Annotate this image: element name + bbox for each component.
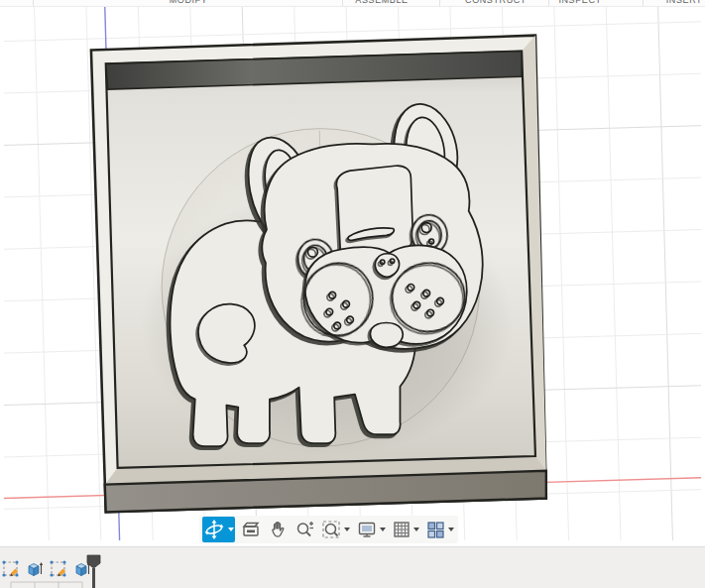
pan-button[interactable] bbox=[267, 517, 289, 542]
extrude-icon[interactable] bbox=[26, 560, 44, 578]
display-monitor-icon bbox=[357, 520, 377, 539]
stamp-plate-model[interactable] bbox=[91, 36, 546, 513]
toolbar-group-insert: INSERT bbox=[666, 0, 702, 5]
viewports-dropdown-caret[interactable] bbox=[448, 528, 454, 531]
display-settings-button[interactable] bbox=[356, 517, 387, 542]
fit-button[interactable] bbox=[320, 517, 351, 542]
timeline-features bbox=[2, 560, 91, 578]
navigation-bar bbox=[199, 516, 458, 543]
grid-dropdown-caret[interactable] bbox=[413, 528, 419, 531]
viewports-button[interactable] bbox=[425, 517, 455, 542]
scene-canvas: .dog{fill:#edece6;stroke:#21211d;stroke-… bbox=[0, 6, 705, 546]
grid-icon bbox=[393, 521, 411, 538]
toolbar-group-separator bbox=[439, 0, 440, 6]
timeline-panel bbox=[0, 546, 705, 588]
toolbar-group-label-strip: MODIFY ASSEMBLE CONSTRUCT INSPECT INSERT bbox=[0, 0, 705, 7]
toolbar-group-assemble: ASSEMBLE bbox=[355, 0, 408, 5]
model-viewport[interactable]: .dog{fill:#edece6;stroke:#21211d;stroke-… bbox=[0, 6, 705, 546]
toolbar-group-modify: MODIFY bbox=[170, 0, 208, 5]
orbit-icon bbox=[203, 519, 225, 540]
look-at-button[interactable] bbox=[240, 517, 262, 542]
sketch-icon[interactable] bbox=[50, 560, 67, 578]
zoom-button[interactable] bbox=[294, 517, 315, 542]
toolbar-group-construct: CONSTRUCT bbox=[465, 0, 527, 5]
toolbar-group-separator bbox=[342, 0, 343, 6]
zoom-magnifier-icon bbox=[294, 520, 314, 539]
sketch-icon[interactable] bbox=[2, 560, 20, 578]
dog-chin bbox=[370, 322, 403, 347]
timeline-ruler bbox=[0, 580, 99, 588]
toolbar-group-separator bbox=[643, 0, 644, 6]
toolbar-group-inspect: INSPECT bbox=[558, 0, 601, 5]
fit-magnifier-icon bbox=[321, 520, 341, 539]
grid-and-snaps-button[interactable] bbox=[392, 517, 420, 542]
dog-rump-spot bbox=[198, 304, 255, 363]
look-at-icon bbox=[241, 520, 261, 539]
orbit-button[interactable] bbox=[202, 517, 235, 542]
timeline-playhead[interactable] bbox=[85, 554, 101, 588]
toolbar-group-separator bbox=[548, 0, 549, 6]
toolbar-group-separator bbox=[33, 0, 34, 6]
pan-hand-icon bbox=[268, 520, 288, 539]
viewports-icon bbox=[426, 521, 445, 539]
display-settings-dropdown-caret[interactable] bbox=[380, 528, 386, 531]
orbit-dropdown-caret[interactable] bbox=[228, 528, 234, 531]
fit-dropdown-caret[interactable] bbox=[344, 528, 350, 531]
dog-nose bbox=[375, 254, 399, 277]
